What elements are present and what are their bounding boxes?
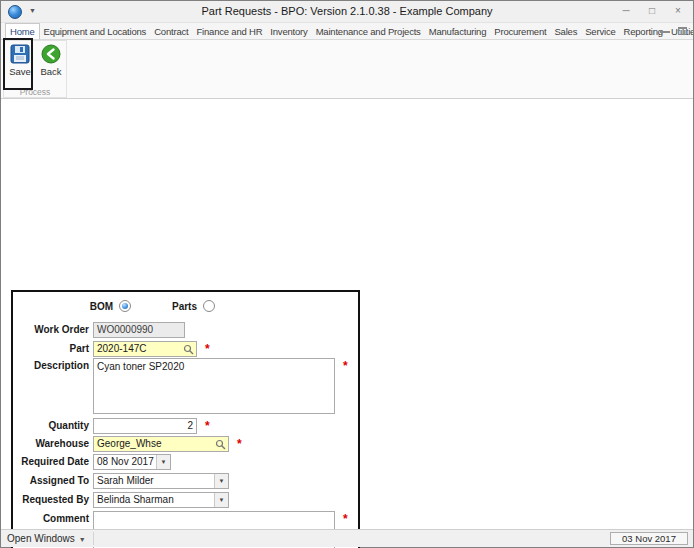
part-lookup-icon[interactable] — [183, 344, 194, 355]
comment-required-asterisk: * — [343, 512, 348, 526]
part-request-form: BOM Parts Work Order WO0000990 Part 2020… — [11, 290, 360, 548]
open-windows-label: Open Windows — [7, 533, 75, 544]
save-icon — [9, 43, 31, 65]
tab-procurement[interactable]: Procurement — [490, 24, 550, 39]
assigned-to-value: Sarah Milder — [97, 475, 154, 486]
tab-home[interactable]: Home — [5, 23, 40, 39]
close-button[interactable]: × — [665, 2, 691, 20]
minimize-button[interactable]: ─ — [613, 2, 639, 20]
bom-radio[interactable] — [119, 300, 131, 312]
requested-by-value: Belinda Sharman — [97, 494, 174, 505]
app-window: ▼ Part Requests - BPO: Version 2.1.0.38 … — [0, 0, 694, 548]
tab-manufacturing[interactable]: Manufacturing — [425, 24, 491, 39]
part-field[interactable]: 2020-147C — [93, 341, 197, 357]
statusbar-divider — [93, 532, 94, 545]
warehouse-lookup-icon[interactable] — [215, 439, 226, 450]
work-order-field: WO0000990 — [93, 322, 185, 338]
bom-label: BOM — [83, 301, 113, 312]
parts-radio[interactable] — [203, 300, 215, 312]
part-required-asterisk: * — [205, 342, 210, 356]
required-date-row: Required Date 08 Nov 2017 ▼ — [13, 454, 358, 470]
quantity-field[interactable]: 2 — [93, 418, 197, 434]
quantity-row: Quantity 2 * — [13, 418, 358, 434]
restore-window-icon[interactable] — [677, 26, 689, 37]
back-button[interactable]: Back — [37, 43, 65, 85]
request-type-row: BOM Parts — [13, 299, 358, 315]
back-icon — [40, 43, 62, 65]
requested-by-label: Requested By — [13, 494, 89, 505]
tab-sales[interactable]: Sales — [550, 24, 581, 39]
part-value: 2020-147C — [97, 343, 146, 354]
status-bar: Open Windows▼ 03 Nov 2017 — [1, 529, 693, 547]
description-label: Description — [13, 360, 89, 371]
tab-finance-and-hr[interactable]: Finance and HR — [192, 24, 266, 39]
process-group-label: Process — [3, 87, 67, 97]
main-area: BOM Parts Work Order WO0000990 Part 2020… — [1, 100, 693, 529]
open-windows-caret-icon: ▼ — [79, 536, 86, 543]
parts-label: Parts — [165, 301, 197, 312]
required-date-value: 08 Nov 2017 — [97, 456, 154, 467]
warehouse-field[interactable]: George_Whse — [93, 436, 229, 452]
maximize-button[interactable]: □ — [639, 2, 665, 20]
tab-contract[interactable]: Contract — [150, 24, 192, 39]
assigned-to-row: Assigned To Sarah Milder ▼ — [13, 473, 358, 489]
description-row: Description Cyan toner SP2020 * — [13, 358, 358, 414]
work-order-label: Work Order — [13, 324, 89, 335]
warehouse-label: Warehouse — [13, 438, 89, 449]
work-order-row: Work Order WO0000990 — [13, 322, 358, 338]
tab-inventory[interactable]: Inventory — [266, 24, 311, 39]
required-date-caret-icon[interactable]: ▼ — [156, 455, 170, 469]
back-button-label: Back — [37, 66, 65, 77]
tab-service[interactable]: Service — [581, 24, 619, 39]
warehouse-value: George_Whse — [97, 438, 161, 449]
assigned-to-dropdown[interactable]: Sarah Milder ▼ — [93, 473, 229, 489]
required-date-label: Required Date — [13, 456, 89, 467]
part-row: Part 2020-147C * — [13, 341, 358, 357]
title-bar: ▼ Part Requests - BPO: Version 2.1.0.38 … — [1, 1, 693, 23]
ribbon-tab-bar: Home Equipment and Locations Contract Fi… — [1, 23, 693, 40]
comment-label: Comment — [13, 513, 89, 524]
part-label: Part — [13, 343, 89, 354]
quantity-label: Quantity — [13, 420, 89, 431]
quantity-required-asterisk: * — [205, 419, 210, 433]
save-button[interactable]: Save — [6, 43, 34, 85]
description-required-asterisk: * — [343, 359, 348, 373]
window-controls: ─ □ × — [613, 2, 691, 20]
open-windows-button[interactable]: Open Windows▼ — [7, 533, 86, 544]
assigned-to-label: Assigned To — [13, 475, 89, 486]
tab-equipment-and-locations[interactable]: Equipment and Locations — [40, 24, 151, 39]
tab-maintenance-and-projects[interactable]: Maintenance and Projects — [312, 24, 425, 39]
description-field[interactable]: Cyan toner SP2020 — [93, 358, 335, 414]
required-date-dropdown[interactable]: 08 Nov 2017 ▼ — [93, 454, 171, 470]
requested-by-row: Requested By Belinda Sharman ▼ — [13, 492, 358, 508]
requested-by-caret-icon[interactable]: ▼ — [214, 493, 228, 507]
window-title: Part Requests - BPO: Version 2.1.0.38 - … — [1, 5, 693, 17]
warehouse-row: Warehouse George_Whse * — [13, 436, 358, 452]
ribbon-collapse-icon[interactable] — [659, 26, 671, 37]
statusbar-date[interactable]: 03 Nov 2017 — [610, 532, 688, 545]
ribbon-body: Save Back Process — [1, 40, 693, 99]
save-button-label: Save — [6, 66, 34, 77]
warehouse-required-asterisk: * — [237, 437, 242, 451]
assigned-to-caret-icon[interactable]: ▼ — [214, 474, 228, 488]
requested-by-dropdown[interactable]: Belinda Sharman ▼ — [93, 492, 229, 508]
